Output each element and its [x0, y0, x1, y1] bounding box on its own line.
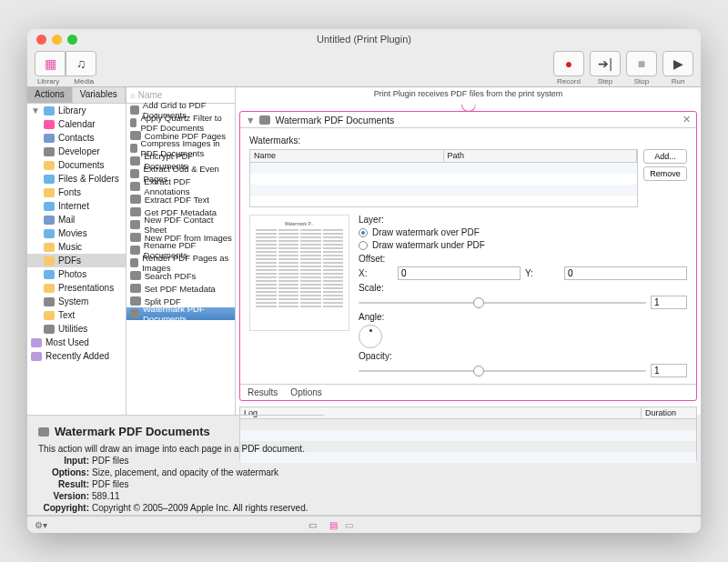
col-path[interactable]: Path — [444, 150, 638, 162]
media-toggle[interactable]: ♫ — [66, 51, 96, 76]
x-label: X: — [359, 268, 393, 278]
library-item[interactable]: Contacts — [27, 131, 126, 145]
connector-icon — [236, 98, 701, 111]
library-item[interactable]: Movies — [27, 226, 126, 240]
y-label: Y: — [525, 268, 560, 278]
pdf-icon — [38, 427, 49, 437]
list-view-icon[interactable]: ▭ — [345, 520, 353, 530]
workflow-input-label: Print Plugin receives PDF files from the… — [236, 87, 701, 98]
window-title: Untitled (Print Plugin) — [27, 34, 701, 45]
library-item[interactable]: Developer — [27, 145, 126, 158]
library-item[interactable]: Mail — [27, 213, 126, 226]
opacity-input[interactable] — [651, 364, 687, 377]
automator-window: Untitled (Print Plugin) ▦ ♫ LibraryMedia… — [27, 29, 701, 533]
tab-actions[interactable]: Actions — [27, 87, 73, 103]
toolbar: ▦ ♫ LibraryMedia ●Record ➔|Step ■Stop ▶R… — [27, 49, 701, 87]
angle-label: Angle: — [359, 312, 384, 322]
library-tree[interactable]: ▼ Library Calendar Contacts Developer Do… — [27, 104, 126, 415]
statusbar-right: ▤ ▭ — [324, 516, 701, 533]
layer-under-label: Draw watermark under PDF — [372, 240, 485, 250]
remove-action-button[interactable]: ✕ — [682, 114, 691, 125]
library-item[interactable]: Internet — [27, 199, 126, 213]
action-item[interactable]: Set PDF Metadata — [126, 282, 235, 295]
radio-over[interactable] — [359, 228, 368, 237]
workflow-area: Print Plugin receives PDF files from the… — [236, 87, 701, 415]
search-icon: ⌕ — [130, 90, 136, 100]
library-item[interactable]: System — [27, 295, 126, 308]
watermarks-table[interactable]: Name Path — [249, 149, 638, 207]
scale-label: Scale: — [359, 283, 384, 293]
run-button[interactable]: ▶ — [662, 51, 693, 76]
add-button[interactable]: Add... — [643, 149, 687, 164]
library-item[interactable]: Files & Folders — [27, 172, 126, 186]
step-button[interactable]: ➔| — [590, 51, 621, 76]
options-tab[interactable]: Options — [290, 387, 321, 397]
results-tab[interactable]: Results — [248, 387, 278, 397]
workflow-view-icon[interactable]: ▤ — [329, 520, 338, 530]
panel-toggle-icon[interactable]: ▭ — [308, 520, 317, 530]
y-input[interactable] — [564, 266, 687, 280]
statusbar-left: ⚙︎▾ ▭ — [27, 516, 324, 533]
record-button[interactable]: ● — [553, 51, 584, 76]
action-item[interactable]: Render PDF Pages as Images — [126, 256, 235, 269]
layer-over-label: Draw watermark over PDF — [372, 227, 480, 237]
library-extra[interactable]: Recently Added — [27, 349, 126, 363]
action-item[interactable]: Apply Quartz Filter to PDF Documents — [126, 116, 235, 129]
gear-icon[interactable]: ⚙︎▾ — [35, 520, 47, 530]
library-item[interactable]: Fonts — [27, 186, 126, 199]
library-item[interactable]: Presentations — [27, 281, 126, 295]
description-panel: Watermark PDF Documents This action will… — [27, 415, 324, 515]
desc-body: This action will draw an image into each… — [38, 444, 313, 454]
disclosure-icon[interactable]: ▼ — [246, 115, 255, 125]
offset-label: Offset: — [359, 254, 385, 264]
angle-dial[interactable] — [359, 325, 382, 348]
pdf-icon — [259, 115, 270, 125]
action-item[interactable]: Watermark PDF Documents — [126, 307, 235, 320]
library-item[interactable]: Utilities — [27, 322, 126, 336]
tab-variables[interactable]: Variables — [73, 87, 126, 103]
library-item[interactable]: Documents — [27, 158, 126, 172]
actions-list: ⌕Name Add Grid to PDF Documents Apply Qu… — [126, 87, 236, 415]
preview-pane: Watermark P... — [249, 215, 349, 331]
titlebar: Untitled (Print Plugin) — [27, 29, 701, 49]
library-item[interactable]: PDFs — [27, 254, 126, 267]
col-name[interactable]: Name — [250, 150, 444, 162]
library-item[interactable]: Text — [27, 308, 126, 322]
card-title: Watermark PDF Documents — [275, 115, 394, 125]
x-input[interactable] — [398, 266, 521, 280]
scale-slider[interactable] — [359, 302, 646, 304]
action-item[interactable]: New PDF Contact Sheet — [126, 218, 235, 231]
opacity-label: Opacity: — [359, 351, 392, 361]
library-item[interactable]: Photos — [27, 267, 126, 281]
library-item[interactable]: Music — [27, 240, 126, 254]
watermarks-label: Watermarks: — [249, 135, 687, 146]
library-item[interactable]: Calendar — [27, 117, 126, 131]
layer-label: Layer: — [359, 215, 384, 225]
desc-title: Watermark PDF Documents — [55, 425, 210, 438]
stop-button[interactable]: ■ — [626, 51, 657, 76]
library-extra[interactable]: Most Used — [27, 336, 126, 349]
library-toggle[interactable]: ▦ — [35, 51, 66, 76]
action-card: ▼ Watermark PDF Documents ✕ Watermarks: … — [239, 111, 697, 401]
scale-input[interactable] — [651, 296, 687, 309]
library-sidebar: Actions Variables ▼ Library Calendar Con… — [27, 87, 126, 415]
library-root[interactable]: ▼ Library — [27, 104, 126, 117]
remove-button[interactable]: Remove — [643, 166, 687, 181]
radio-under[interactable] — [359, 241, 368, 250]
opacity-slider[interactable] — [359, 370, 646, 372]
